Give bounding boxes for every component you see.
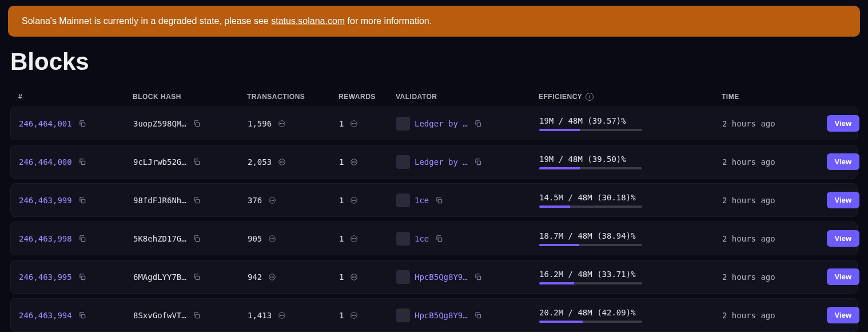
validator-name[interactable]: Ledger by … <box>415 119 468 128</box>
svg-point-49 <box>273 276 274 277</box>
svg-point-42 <box>355 238 356 239</box>
more-icon[interactable] <box>348 195 360 206</box>
view-button[interactable]: View <box>827 115 859 132</box>
block-number[interactable]: 246,464,000 <box>19 157 72 167</box>
copy-icon[interactable] <box>191 118 202 129</box>
more-icon[interactable] <box>348 118 360 129</box>
more-icon[interactable] <box>276 310 288 321</box>
svg-rect-21 <box>477 161 480 164</box>
view-button[interactable]: View <box>827 192 859 208</box>
svg-point-64 <box>355 315 356 315</box>
copy-icon[interactable] <box>472 118 484 129</box>
block-number[interactable]: 246,463,994 <box>19 311 72 320</box>
more-icon[interactable] <box>348 271 360 283</box>
svg-point-14 <box>280 161 281 162</box>
efficiency-text: 18.7M / 48M (38.94)% <box>539 231 642 240</box>
efficiency-text: 14.5M / 48M (30.18)% <box>539 193 642 202</box>
svg-point-37 <box>272 238 273 239</box>
svg-rect-12 <box>196 161 199 164</box>
more-icon[interactable] <box>276 156 288 168</box>
rewards-count: 1 <box>339 311 344 320</box>
svg-point-18 <box>353 161 353 162</box>
copy-icon[interactable] <box>191 233 202 244</box>
more-icon[interactable] <box>266 233 278 244</box>
time-text: 2 hours ago <box>722 119 775 128</box>
banner-text-before: Solana's Mainnet is currently in a degra… <box>22 16 271 26</box>
svg-point-15 <box>282 161 282 162</box>
view-button[interactable]: View <box>827 268 859 285</box>
validator-name[interactable]: Ledger by … <box>415 157 468 167</box>
svg-point-5 <box>283 123 284 124</box>
validator-name[interactable]: 1ce <box>415 234 429 243</box>
view-button[interactable]: View <box>827 153 859 170</box>
copy-icon[interactable] <box>472 156 484 168</box>
efficiency-bar <box>539 321 642 323</box>
rewards-count: 1 <box>339 157 344 167</box>
svg-point-51 <box>353 276 353 277</box>
copy-icon[interactable] <box>191 156 202 168</box>
svg-point-19 <box>354 161 355 162</box>
svg-point-30 <box>354 200 355 200</box>
table-row: 246,463,999 98fdFJR6Nh… 376 1 1ce 14.5M … <box>10 183 858 217</box>
time-text: 2 hours ago <box>722 311 775 320</box>
svg-point-60 <box>283 315 284 315</box>
banner-text-after: for more information. <box>345 16 432 26</box>
block-number[interactable]: 246,463,998 <box>19 234 72 243</box>
validator-name[interactable]: HpcB5Qg8Y9… <box>415 272 468 282</box>
more-icon[interactable] <box>348 156 360 168</box>
more-icon[interactable] <box>348 310 360 321</box>
validator-avatar <box>396 270 410 284</box>
copy-icon[interactable] <box>77 118 88 129</box>
copy-icon[interactable] <box>191 271 202 283</box>
more-icon[interactable] <box>348 233 360 244</box>
col-tx: TRANSACTIONS <box>247 93 339 101</box>
copy-icon[interactable] <box>433 195 445 206</box>
copy-icon[interactable] <box>191 310 202 321</box>
copy-icon[interactable] <box>433 233 445 244</box>
svg-point-52 <box>354 276 355 277</box>
tx-count: 1,413 <box>248 311 272 320</box>
copy-icon[interactable] <box>472 310 484 321</box>
more-icon[interactable] <box>276 118 288 129</box>
svg-point-59 <box>282 315 282 315</box>
tx-count: 942 <box>248 272 262 282</box>
block-number[interactable]: 246,463,995 <box>19 272 72 282</box>
validator-name[interactable]: HpcB5Qg8Y9… <box>415 311 468 320</box>
block-hash: 6MAgdLYY7B… <box>133 272 186 282</box>
copy-icon[interactable] <box>77 195 88 206</box>
svg-rect-32 <box>439 199 442 203</box>
more-icon[interactable] <box>266 271 278 283</box>
time-text: 2 hours ago <box>722 272 775 282</box>
svg-point-9 <box>355 123 356 124</box>
banner-link[interactable]: status.solana.com <box>271 16 345 26</box>
copy-icon[interactable] <box>77 310 88 321</box>
more-icon[interactable] <box>266 195 278 206</box>
tx-count: 1,596 <box>248 119 272 128</box>
col-hash: BLOCK HASH <box>133 93 247 101</box>
efficiency-text: 19M / 48M (39.50)% <box>539 155 642 164</box>
validator-name[interactable]: 1ce <box>415 196 429 205</box>
svg-point-47 <box>270 276 271 277</box>
svg-rect-54 <box>477 276 480 279</box>
svg-point-8 <box>354 123 355 124</box>
view-button[interactable]: View <box>827 307 859 323</box>
copy-icon[interactable] <box>191 195 202 206</box>
copy-icon[interactable] <box>77 271 88 283</box>
time-text: 2 hours ago <box>722 157 775 167</box>
copy-icon[interactable] <box>472 271 484 283</box>
svg-rect-45 <box>196 276 199 279</box>
block-number[interactable]: 246,463,999 <box>19 196 72 205</box>
validator-avatar <box>396 117 410 131</box>
status-banner: Solana's Mainnet is currently in a degra… <box>8 6 860 37</box>
info-icon[interactable]: i <box>586 93 594 101</box>
svg-rect-55 <box>81 314 85 318</box>
time-text: 2 hours ago <box>722 196 775 205</box>
svg-rect-10 <box>477 122 480 126</box>
svg-rect-1 <box>196 122 199 126</box>
col-rewards: REWARDS <box>339 93 396 101</box>
svg-point-27 <box>273 200 274 200</box>
block-number[interactable]: 246,464,001 <box>19 119 72 128</box>
copy-icon[interactable] <box>77 156 88 168</box>
view-button[interactable]: View <box>827 230 859 247</box>
copy-icon[interactable] <box>77 233 88 244</box>
